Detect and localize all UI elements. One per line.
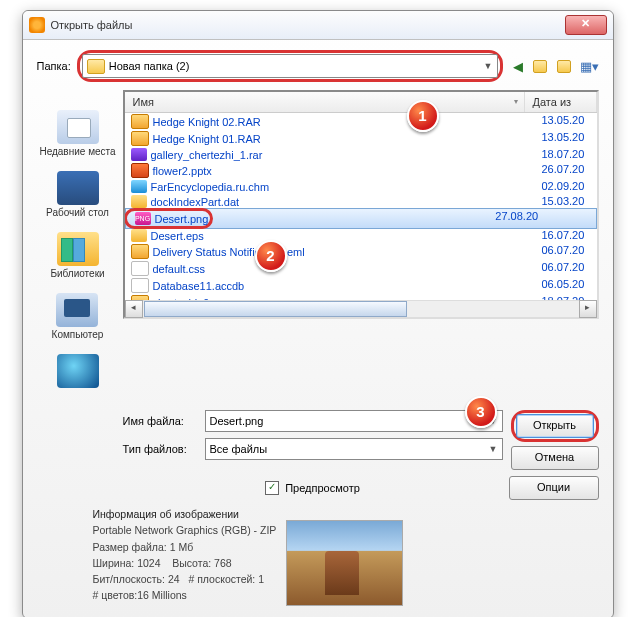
preview-label: Предпросмотр	[285, 482, 360, 494]
image-info: Информация об изображении Portable Netwo…	[93, 506, 277, 606]
back-icon[interactable]: ◀	[509, 57, 527, 75]
h-scrollbar[interactable]: ◂ ▸	[125, 300, 597, 317]
file-row[interactable]: default.css06.07.20	[125, 260, 597, 277]
preview-thumbnail	[286, 520, 403, 606]
scroll-left-button[interactable]: ◂	[125, 300, 143, 318]
file-icon	[131, 261, 149, 276]
file-icon: PNG	[135, 212, 151, 225]
file-icon	[131, 163, 149, 178]
place-libraries[interactable]: Библиотеки	[50, 232, 104, 279]
titlebar[interactable]: Открыть файлы ✕	[23, 11, 613, 40]
open-file-dialog: Открыть файлы ✕ Папка: Новая папка (2) ▼…	[22, 10, 614, 617]
file-row[interactable]: FarEncyclopedia.ru.chm02.09.20	[125, 179, 597, 194]
app-icon	[29, 17, 45, 33]
window-title: Открыть файлы	[51, 19, 565, 31]
file-row[interactable]: Delivery Status Notification.eml06.07.20	[125, 243, 597, 260]
file-name: Database11.accdb	[153, 280, 245, 292]
file-name: flower2.pptx	[153, 165, 212, 177]
folder-label: Папка:	[37, 60, 71, 72]
callout-badge-3: 3	[465, 396, 497, 428]
file-date: 18.07.20	[542, 148, 597, 161]
close-button[interactable]: ✕	[565, 15, 607, 35]
file-name: dockIndexPart.dat	[151, 196, 240, 208]
scroll-thumb[interactable]	[144, 301, 408, 317]
file-row[interactable]: dockIndexPart.dat15.03.20	[125, 194, 597, 209]
file-name: gallery_chertezhi_1.rar	[151, 149, 263, 161]
file-list-pane: Имя▾ Дата из Hedge Knight 02.RAR13.05.20…	[123, 90, 599, 319]
file-icon	[131, 278, 149, 293]
file-list-header[interactable]: Имя▾ Дата из	[125, 92, 597, 113]
file-row[interactable]: Database11.accdb06.05.20	[125, 277, 597, 294]
file-row[interactable]: Hedge Knight 02.RAR13.05.20	[125, 113, 597, 130]
file-icon	[131, 131, 149, 146]
file-icon	[131, 195, 147, 208]
filename-label: Имя файла:	[123, 415, 199, 427]
chevron-down-icon: ▼	[489, 444, 498, 454]
file-date: 27.08.20	[495, 210, 550, 227]
callout-badge-2: 2	[255, 240, 287, 272]
file-icon	[131, 148, 147, 161]
open-button[interactable]: Открыть	[516, 414, 594, 438]
folder-dropdown[interactable]: Новая папка (2) ▼	[82, 54, 498, 78]
file-name: Hedge Knight 01.RAR	[153, 133, 261, 145]
file-date: 26.07.20	[542, 163, 597, 178]
file-icon	[131, 229, 147, 242]
file-row[interactable]: PNGDesert.png27.08.20	[125, 208, 597, 229]
file-icon	[131, 244, 149, 259]
place-computer[interactable]: Компьютер	[52, 293, 104, 340]
place-desktop[interactable]: Рабочий стол	[46, 171, 109, 218]
up-icon[interactable]	[533, 57, 551, 75]
file-date: 15.03.20	[542, 195, 597, 208]
file-name: default.css	[153, 263, 206, 275]
file-row[interactable]: Hedge Knight 01.RAR13.05.20	[125, 130, 597, 147]
file-row[interactable]: flower2.pptx26.07.20	[125, 162, 597, 179]
chevron-down-icon: ▼	[484, 61, 493, 71]
file-name: Hedge Knight 02.RAR	[153, 116, 261, 128]
nav-toolbar: ◀ ▦▾	[509, 57, 599, 75]
file-date: 06.05.20	[542, 278, 597, 293]
preview-checkbox[interactable]: ✓	[265, 481, 279, 495]
file-icon	[131, 180, 147, 193]
file-list[interactable]: Hedge Knight 02.RAR13.05.20Hedge Knight …	[125, 113, 597, 300]
file-row[interactable]: gallery_chertezhi_1.rar18.07.20	[125, 147, 597, 162]
filename-input[interactable]: Desert.png▼	[205, 410, 503, 432]
file-icon	[131, 114, 149, 129]
view-menu-icon[interactable]: ▦▾	[581, 57, 599, 75]
scroll-right-button[interactable]: ▸	[579, 300, 597, 318]
callout-badge-1: 1	[407, 100, 439, 132]
new-folder-icon[interactable]	[557, 57, 575, 75]
file-date: 13.05.20	[542, 114, 597, 129]
places-sidebar: Недавние места Рабочий стол Библиотеки К…	[37, 90, 119, 402]
file-date: 02.09.20	[542, 180, 597, 193]
options-button[interactable]: Опции	[509, 476, 599, 500]
place-recent[interactable]: Недавние места	[39, 110, 115, 157]
place-network[interactable]	[57, 354, 99, 390]
file-date: 06.07.20	[542, 261, 597, 276]
file-date: 06.07.20	[542, 244, 597, 259]
file-row[interactable]: Desert.eps16.07.20	[125, 228, 597, 243]
file-date: 16.07.20	[542, 229, 597, 242]
file-name: FarEncyclopedia.ru.chm	[151, 181, 270, 193]
cancel-button[interactable]: Отмена	[511, 446, 599, 470]
filetype-dropdown[interactable]: Все файлы▼	[205, 438, 503, 460]
folder-value: Новая папка (2)	[109, 60, 190, 72]
file-name: Desert.eps	[151, 230, 204, 242]
sort-indicator: ▾	[514, 97, 518, 106]
file-name: Desert.png	[155, 213, 209, 225]
folder-icon	[87, 59, 105, 74]
file-date: 13.05.20	[542, 131, 597, 146]
filetype-label: Тип файлов:	[123, 443, 199, 455]
